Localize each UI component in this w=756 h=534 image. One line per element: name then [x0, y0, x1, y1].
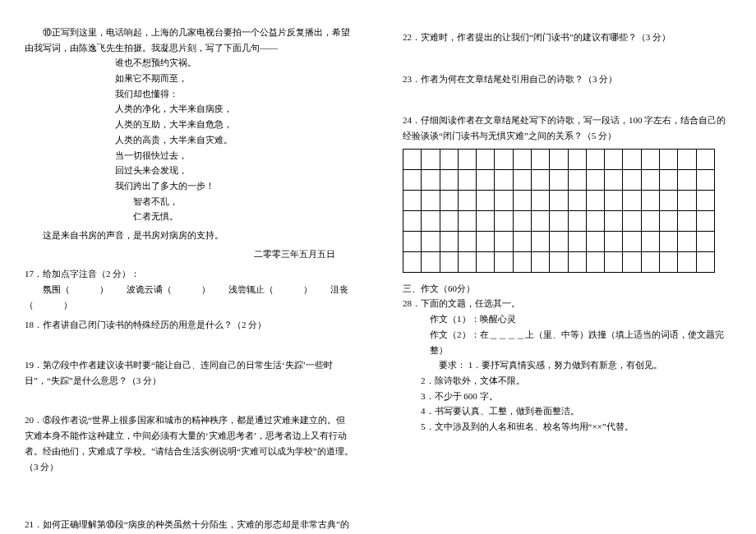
grid-cell	[477, 210, 495, 231]
req-item: 4．书写要认真、工整，做到卷面整洁。	[421, 403, 731, 419]
grid-cell	[403, 169, 422, 190]
grid-cell	[513, 149, 531, 169]
grid-cell	[403, 251, 422, 272]
grid-cell	[458, 210, 476, 231]
grid-cell	[605, 210, 623, 231]
poem-line: 如果它不期而至，	[115, 71, 353, 86]
grid-cell	[623, 231, 641, 251]
grid-cell	[568, 169, 586, 190]
q17-head: 17．给加点字注音（2 分）：	[25, 269, 140, 279]
grid-cell	[623, 251, 641, 272]
poem-line: 回过头来会发现，	[115, 163, 353, 178]
question-24: 24．仔细阅读作者在文章结尾处写下的诗歌，写一段话，100 字左右，结合自己的经…	[403, 113, 731, 143]
poem-line: 我们却也懂得：	[115, 86, 353, 102]
grid-cell	[495, 251, 513, 272]
grid-cell	[696, 251, 715, 272]
question-19: 19．第⑦段中作者建议读书时要“能让自己、连同自己的日常生活‘失踪’一些时日”，…	[25, 357, 353, 388]
grid-cell	[623, 149, 641, 169]
poem-line: 我们跨出了多大的一步！	[115, 178, 353, 194]
requirements-block: 要求： 1．要抒写真情实感，努力做到有新意，有创见。 2．除诗歌外，文体不限。 …	[403, 357, 731, 434]
grid-cell	[440, 210, 458, 231]
left-column: ⑩正写到这里，电话响起，上海的几家电视台要拍一个公益片反复播出，希望由我写词，由…	[0, 0, 378, 534]
grid-cell	[678, 169, 696, 190]
grid-cell	[678, 149, 696, 169]
question-28-head: 28．下面的文题，任选其一。	[403, 296, 731, 311]
grid-cell	[550, 210, 568, 231]
grid-cell	[458, 190, 476, 210]
grid-cell	[403, 190, 422, 210]
poem-block: 谁也不想预约灾祸。 如果它不期而至， 我们却也懂得： 人类的净化，大半来自病疫，…	[25, 55, 353, 224]
grid-cell	[586, 210, 604, 231]
poem-line: 人类的高贵，大半来自灾难。	[115, 132, 353, 148]
grid-cell	[458, 149, 476, 169]
grid-cell	[605, 149, 623, 169]
grid-cell	[605, 251, 623, 272]
req-item: 1．要抒写真情实感，努力做到有新意，有创见。	[468, 360, 663, 370]
essay-option-2: 作文（2）：在＿＿＿＿上（里、中等）跌撞（填上适当的词语，使文题完整）	[430, 327, 731, 357]
grid-cell	[586, 169, 604, 190]
grid-cell	[440, 231, 458, 251]
grid-cell	[696, 231, 715, 251]
grid-cell	[440, 190, 458, 210]
grid-cell	[477, 251, 495, 272]
grid-cell	[422, 169, 440, 190]
question-22: 22．灾难时，作者提出的让我们“闭门读书”的建议有哪些？（3 分）	[403, 30, 731, 45]
grid-cell	[458, 231, 476, 251]
grid-cell	[678, 210, 696, 231]
answer-grid	[403, 149, 715, 273]
grid-cell	[641, 210, 659, 231]
poem-line: 智者不乱，	[115, 194, 353, 209]
grid-cell	[586, 190, 604, 210]
grid-cell	[568, 210, 586, 231]
grid-cell	[531, 169, 549, 190]
grid-cell	[678, 251, 696, 272]
right-column: 22．灾难时，作者提出的让我们“闭门读书”的建议有哪些？（3 分） 23．作者为…	[378, 0, 756, 534]
grid-cell	[440, 251, 458, 272]
closing-line: 这是来自书房的声音，是书房对病房的支持。	[25, 228, 353, 243]
grid-cell	[641, 231, 659, 251]
req-item: 3．不少于 600 字。	[421, 389, 731, 404]
grid-cell	[641, 190, 659, 210]
grid-cell	[659, 169, 677, 190]
grid-cell	[531, 231, 549, 251]
grid-cell	[696, 149, 715, 169]
grid-cell	[403, 149, 422, 169]
grid-cell	[568, 149, 586, 169]
grid-cell	[477, 169, 495, 190]
grid-cell	[568, 190, 586, 210]
grid-cell	[477, 231, 495, 251]
question-18: 18．作者讲自己闭门读书的特殊经历的用意是什么？（2 分）	[25, 317, 353, 333]
poem-line: 人类的净化，大半来自病疫，	[115, 101, 353, 117]
grid-cell	[623, 169, 641, 190]
grid-cell	[659, 251, 677, 272]
grid-cell	[495, 231, 513, 251]
grid-cell	[422, 190, 440, 210]
grid-cell	[641, 251, 659, 272]
grid-cell	[513, 210, 531, 231]
grid-cell	[678, 190, 696, 210]
question-23: 23．作者为何在文章结尾处引用自己的诗歌？（3 分）	[403, 71, 731, 87]
grid-cell	[477, 149, 495, 169]
poem-line: 当一切很快过去，	[115, 148, 353, 163]
grid-cell	[586, 231, 604, 251]
grid-cell	[623, 190, 641, 210]
grid-cell	[458, 169, 476, 190]
grid-cell	[513, 190, 531, 210]
grid-cell	[696, 210, 715, 231]
grid-cell	[659, 149, 677, 169]
grid-cell	[659, 190, 677, 210]
grid-cell	[550, 231, 568, 251]
grid-cell	[605, 231, 623, 251]
question-17: 17．给加点字注音（2 分）： 氛围（） 波诡云谲（） 浅尝辄止（） 沮丧（）	[25, 266, 353, 312]
question-20: 20．⑧段作者说“世界上很多国家和城市的精神秩序，都是通过灾难来建立的。但灾难本…	[25, 412, 353, 474]
grid-cell	[696, 190, 715, 210]
grid-cell	[513, 169, 531, 190]
grid-cell	[605, 169, 623, 190]
req-item: 2．除诗歌外，文体不限。	[421, 373, 731, 389]
grid-cell	[422, 231, 440, 251]
req-label: 要求：	[439, 360, 466, 370]
grid-cell	[495, 210, 513, 231]
grid-cell	[495, 190, 513, 210]
date-line: 二零零三年五月五日	[25, 246, 353, 262]
grid-cell	[659, 210, 677, 231]
